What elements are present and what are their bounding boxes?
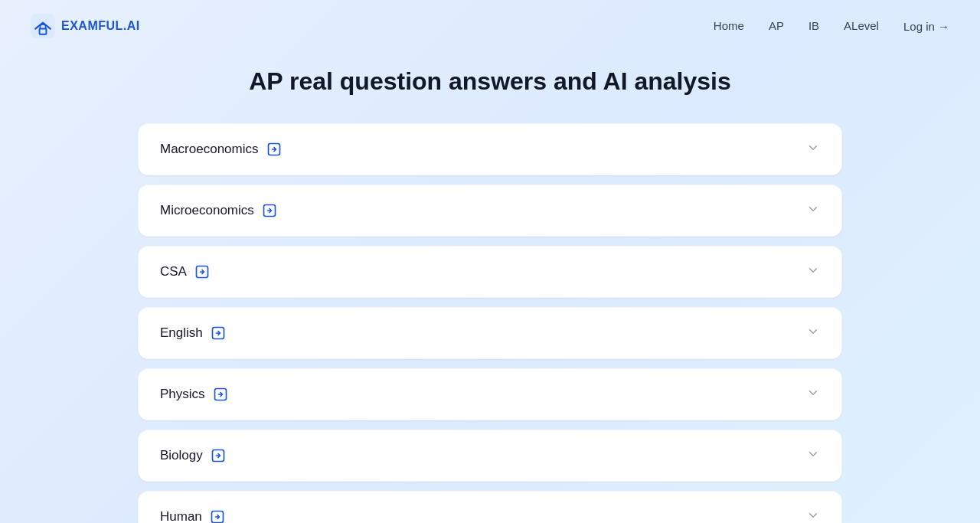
accordion-left: CSA	[160, 264, 210, 279]
nav-alevel[interactable]: ALevel	[844, 19, 879, 32]
link-icon-biology	[211, 448, 226, 463]
accordion-left: Physics	[160, 387, 228, 402]
accordion-item-csa[interactable]: CSA	[138, 246, 842, 298]
accordion-list: Macroeconomics Microeconomics	[138, 123, 842, 523]
link-icon-csa	[194, 264, 210, 279]
chevron-icon-macroeconomics	[806, 141, 820, 158]
main-content: AP real question answers and AI analysis…	[122, 52, 858, 523]
accordion-left: Biology	[160, 448, 226, 463]
accordion-label-csa: CSA	[160, 264, 187, 279]
link-icon-macroeconomics	[266, 142, 282, 157]
chevron-icon-microeconomics	[806, 202, 820, 219]
page-title: AP real question answers and AI analysis	[138, 67, 842, 96]
accordion-item-human[interactable]: Human	[138, 491, 842, 523]
accordion-label-microeconomics: Microeconomics	[160, 203, 254, 218]
accordion-item-biology[interactable]: Biology	[138, 430, 842, 482]
nav-home[interactable]: Home	[714, 19, 744, 32]
nav-login[interactable]: Log in →	[903, 20, 949, 33]
link-icon-microeconomics	[262, 203, 277, 218]
accordion-label-human: Human	[160, 509, 202, 523]
accordion-item-macroeconomics[interactable]: Macroeconomics	[138, 123, 842, 175]
logo-link[interactable]: EXAMFUL.AI	[31, 14, 140, 38]
link-icon-physics	[213, 387, 228, 402]
link-icon-english	[211, 325, 226, 341]
accordion-label-macroeconomics: Macroeconomics	[160, 142, 259, 157]
link-icon-human	[210, 509, 225, 523]
chevron-icon-physics	[806, 386, 820, 403]
accordion-left: Macroeconomics	[160, 142, 282, 157]
navbar: EXAMFUL.AI Home AP IB ALevel Log in →	[0, 0, 980, 52]
chevron-icon-csa	[806, 263, 820, 280]
accordion-left: English	[160, 325, 226, 341]
accordion-label-physics: Physics	[160, 387, 205, 402]
chevron-icon-english	[806, 325, 820, 342]
accordion-label-biology: Biology	[160, 448, 203, 463]
accordion-left: Microeconomics	[160, 203, 277, 218]
chevron-icon-biology	[806, 447, 820, 464]
nav-ib[interactable]: IB	[808, 19, 819, 32]
chevron-icon-human	[806, 508, 820, 523]
accordion-item-english[interactable]: English	[138, 307, 842, 359]
logo-text: EXAMFUL.AI	[61, 19, 140, 33]
accordion-label-english: English	[160, 325, 203, 341]
accordion-left: Human	[160, 509, 225, 523]
accordion-item-physics[interactable]: Physics	[138, 368, 842, 420]
nav-links: Home AP IB ALevel Log in →	[714, 19, 949, 33]
accordion-item-microeconomics[interactable]: Microeconomics	[138, 185, 842, 237]
logo-icon	[31, 14, 55, 38]
nav-ap[interactable]: AP	[769, 19, 784, 32]
